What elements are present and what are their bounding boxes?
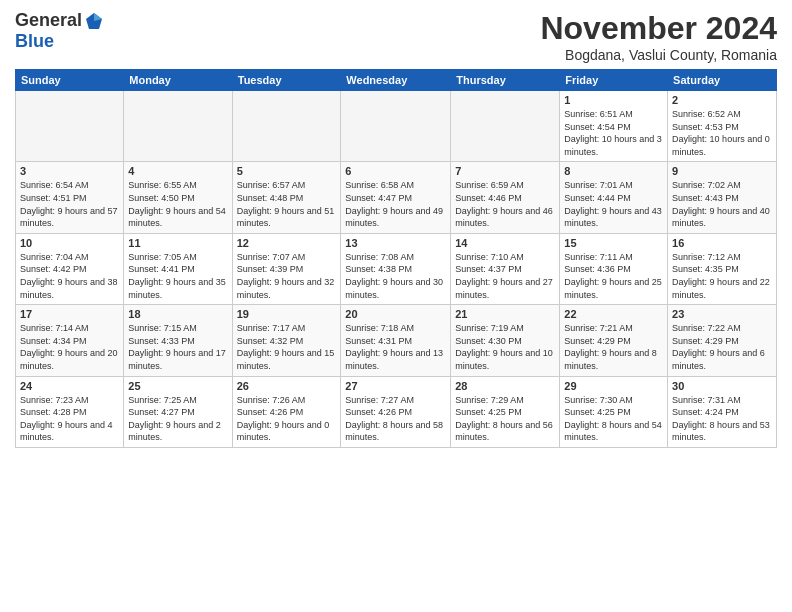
calendar-cell-w1-d4: 7Sunrise: 6:59 AM Sunset: 4:46 PM Daylig… — [451, 162, 560, 233]
day-info-8: Sunrise: 7:01 AM Sunset: 4:44 PM Dayligh… — [564, 179, 663, 229]
week-row-4: 24Sunrise: 7:23 AM Sunset: 4:28 PM Dayli… — [16, 376, 777, 447]
day-info-11: Sunrise: 7:05 AM Sunset: 4:41 PM Dayligh… — [128, 251, 227, 301]
calendar-cell-w2-d6: 16Sunrise: 7:12 AM Sunset: 4:35 PM Dayli… — [668, 233, 777, 304]
day-info-18: Sunrise: 7:15 AM Sunset: 4:33 PM Dayligh… — [128, 322, 227, 372]
day-number-11: 11 — [128, 237, 227, 249]
calendar-cell-w0-d2 — [232, 91, 341, 162]
day-number-8: 8 — [564, 165, 663, 177]
calendar-cell-w3-d2: 19Sunrise: 7:17 AM Sunset: 4:32 PM Dayli… — [232, 305, 341, 376]
calendar-cell-w0-d3 — [341, 91, 451, 162]
calendar-cell-w2-d2: 12Sunrise: 7:07 AM Sunset: 4:39 PM Dayli… — [232, 233, 341, 304]
day-number-7: 7 — [455, 165, 555, 177]
calendar-cell-w0-d1 — [124, 91, 232, 162]
day-number-24: 24 — [20, 380, 119, 392]
header-monday: Monday — [124, 70, 232, 91]
day-number-18: 18 — [128, 308, 227, 320]
day-info-29: Sunrise: 7:30 AM Sunset: 4:25 PM Dayligh… — [564, 394, 663, 444]
day-number-3: 3 — [20, 165, 119, 177]
day-info-17: Sunrise: 7:14 AM Sunset: 4:34 PM Dayligh… — [20, 322, 119, 372]
header-tuesday: Tuesday — [232, 70, 341, 91]
day-info-20: Sunrise: 7:18 AM Sunset: 4:31 PM Dayligh… — [345, 322, 446, 372]
header-friday: Friday — [560, 70, 668, 91]
day-number-28: 28 — [455, 380, 555, 392]
day-info-9: Sunrise: 7:02 AM Sunset: 4:43 PM Dayligh… — [672, 179, 772, 229]
header-thursday: Thursday — [451, 70, 560, 91]
calendar-cell-w0-d6: 2Sunrise: 6:52 AM Sunset: 4:53 PM Daylig… — [668, 91, 777, 162]
day-info-12: Sunrise: 7:07 AM Sunset: 4:39 PM Dayligh… — [237, 251, 337, 301]
week-row-3: 17Sunrise: 7:14 AM Sunset: 4:34 PM Dayli… — [16, 305, 777, 376]
day-number-12: 12 — [237, 237, 337, 249]
calendar-cell-w1-d2: 5Sunrise: 6:57 AM Sunset: 4:48 PM Daylig… — [232, 162, 341, 233]
day-number-25: 25 — [128, 380, 227, 392]
day-info-24: Sunrise: 7:23 AM Sunset: 4:28 PM Dayligh… — [20, 394, 119, 444]
day-info-16: Sunrise: 7:12 AM Sunset: 4:35 PM Dayligh… — [672, 251, 772, 301]
calendar-cell-w4-d4: 28Sunrise: 7:29 AM Sunset: 4:25 PM Dayli… — [451, 376, 560, 447]
week-row-1: 3Sunrise: 6:54 AM Sunset: 4:51 PM Daylig… — [16, 162, 777, 233]
calendar-cell-w1-d0: 3Sunrise: 6:54 AM Sunset: 4:51 PM Daylig… — [16, 162, 124, 233]
day-info-25: Sunrise: 7:25 AM Sunset: 4:27 PM Dayligh… — [128, 394, 227, 444]
calendar-cell-w2-d0: 10Sunrise: 7:04 AM Sunset: 4:42 PM Dayli… — [16, 233, 124, 304]
calendar-cell-w4-d0: 24Sunrise: 7:23 AM Sunset: 4:28 PM Dayli… — [16, 376, 124, 447]
week-row-2: 10Sunrise: 7:04 AM Sunset: 4:42 PM Dayli… — [16, 233, 777, 304]
day-number-26: 26 — [237, 380, 337, 392]
day-info-10: Sunrise: 7:04 AM Sunset: 4:42 PM Dayligh… — [20, 251, 119, 301]
calendar-cell-w0-d4 — [451, 91, 560, 162]
day-number-14: 14 — [455, 237, 555, 249]
calendar-cell-w4-d5: 29Sunrise: 7:30 AM Sunset: 4:25 PM Dayli… — [560, 376, 668, 447]
calendar-cell-w1-d3: 6Sunrise: 6:58 AM Sunset: 4:47 PM Daylig… — [341, 162, 451, 233]
day-number-22: 22 — [564, 308, 663, 320]
day-number-9: 9 — [672, 165, 772, 177]
day-info-19: Sunrise: 7:17 AM Sunset: 4:32 PM Dayligh… — [237, 322, 337, 372]
calendar-cell-w1-d5: 8Sunrise: 7:01 AM Sunset: 4:44 PM Daylig… — [560, 162, 668, 233]
month-title: November 2024 — [540, 10, 777, 47]
calendar-cell-w3-d4: 21Sunrise: 7:19 AM Sunset: 4:30 PM Dayli… — [451, 305, 560, 376]
day-number-15: 15 — [564, 237, 663, 249]
day-number-27: 27 — [345, 380, 446, 392]
day-number-16: 16 — [672, 237, 772, 249]
day-number-29: 29 — [564, 380, 663, 392]
title-section: November 2024 Bogdana, Vaslui County, Ro… — [540, 10, 777, 63]
day-info-28: Sunrise: 7:29 AM Sunset: 4:25 PM Dayligh… — [455, 394, 555, 444]
day-info-22: Sunrise: 7:21 AM Sunset: 4:29 PM Dayligh… — [564, 322, 663, 372]
calendar-cell-w2-d1: 11Sunrise: 7:05 AM Sunset: 4:41 PM Dayli… — [124, 233, 232, 304]
day-info-23: Sunrise: 7:22 AM Sunset: 4:29 PM Dayligh… — [672, 322, 772, 372]
day-number-4: 4 — [128, 165, 227, 177]
day-number-30: 30 — [672, 380, 772, 392]
day-number-6: 6 — [345, 165, 446, 177]
calendar-cell-w4-d6: 30Sunrise: 7:31 AM Sunset: 4:24 PM Dayli… — [668, 376, 777, 447]
calendar-cell-w1-d1: 4Sunrise: 6:55 AM Sunset: 4:50 PM Daylig… — [124, 162, 232, 233]
header-wednesday: Wednesday — [341, 70, 451, 91]
day-info-7: Sunrise: 6:59 AM Sunset: 4:46 PM Dayligh… — [455, 179, 555, 229]
day-info-26: Sunrise: 7:26 AM Sunset: 4:26 PM Dayligh… — [237, 394, 337, 444]
day-number-13: 13 — [345, 237, 446, 249]
day-info-5: Sunrise: 6:57 AM Sunset: 4:48 PM Dayligh… — [237, 179, 337, 229]
weekday-header-row: Sunday Monday Tuesday Wednesday Thursday… — [16, 70, 777, 91]
header: General Blue November 2024 Bogdana, Vasl… — [15, 10, 777, 63]
day-info-30: Sunrise: 7:31 AM Sunset: 4:24 PM Dayligh… — [672, 394, 772, 444]
day-info-14: Sunrise: 7:10 AM Sunset: 4:37 PM Dayligh… — [455, 251, 555, 301]
day-number-2: 2 — [672, 94, 772, 106]
calendar-cell-w2-d5: 15Sunrise: 7:11 AM Sunset: 4:36 PM Dayli… — [560, 233, 668, 304]
day-number-1: 1 — [564, 94, 663, 106]
header-saturday: Saturday — [668, 70, 777, 91]
calendar: Sunday Monday Tuesday Wednesday Thursday… — [15, 69, 777, 448]
calendar-cell-w0-d5: 1Sunrise: 6:51 AM Sunset: 4:54 PM Daylig… — [560, 91, 668, 162]
header-sunday: Sunday — [16, 70, 124, 91]
page: General Blue November 2024 Bogdana, Vasl… — [0, 0, 792, 612]
day-number-19: 19 — [237, 308, 337, 320]
day-info-4: Sunrise: 6:55 AM Sunset: 4:50 PM Dayligh… — [128, 179, 227, 229]
day-number-5: 5 — [237, 165, 337, 177]
day-number-17: 17 — [20, 308, 119, 320]
calendar-cell-w4-d3: 27Sunrise: 7:27 AM Sunset: 4:26 PM Dayli… — [341, 376, 451, 447]
calendar-cell-w0-d0 — [16, 91, 124, 162]
day-number-10: 10 — [20, 237, 119, 249]
calendar-cell-w3-d6: 23Sunrise: 7:22 AM Sunset: 4:29 PM Dayli… — [668, 305, 777, 376]
logo-general-text: General — [15, 10, 82, 31]
day-number-20: 20 — [345, 308, 446, 320]
day-info-1: Sunrise: 6:51 AM Sunset: 4:54 PM Dayligh… — [564, 108, 663, 158]
calendar-cell-w2-d3: 13Sunrise: 7:08 AM Sunset: 4:38 PM Dayli… — [341, 233, 451, 304]
day-info-2: Sunrise: 6:52 AM Sunset: 4:53 PM Dayligh… — [672, 108, 772, 158]
day-number-21: 21 — [455, 308, 555, 320]
calendar-cell-w3-d5: 22Sunrise: 7:21 AM Sunset: 4:29 PM Dayli… — [560, 305, 668, 376]
calendar-cell-w3-d0: 17Sunrise: 7:14 AM Sunset: 4:34 PM Dayli… — [16, 305, 124, 376]
